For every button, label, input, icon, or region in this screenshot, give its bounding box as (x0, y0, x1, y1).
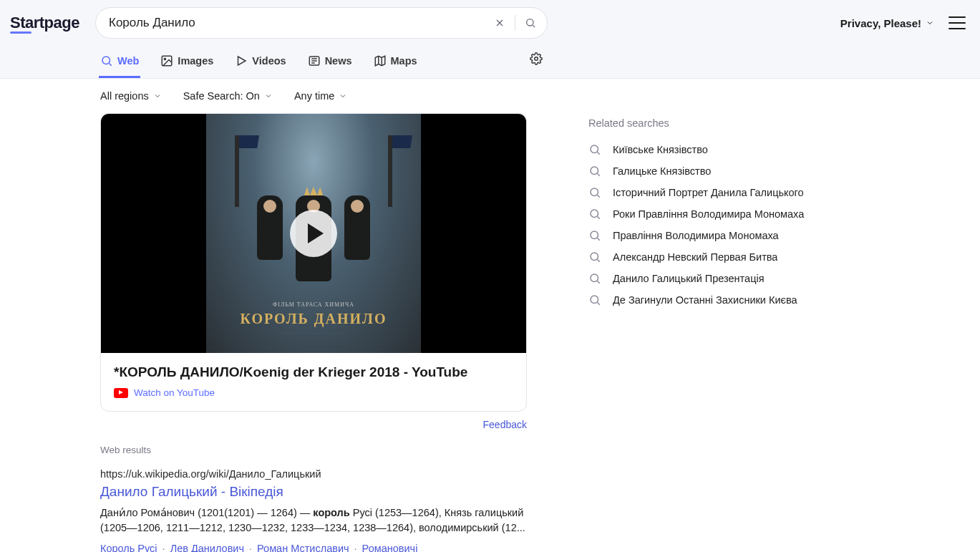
search-box (95, 7, 548, 39)
svg-point-11 (591, 210, 598, 218)
logo-text: Startpage (10, 14, 79, 32)
tab-images[interactable]: Images (159, 49, 215, 78)
tab-videos[interactable]: Videos (233, 49, 287, 78)
privacy-label: Privacy, Please! (840, 17, 921, 29)
svg-marker-6 (375, 56, 385, 66)
clear-search-button[interactable] (487, 11, 512, 35)
result-sublink[interactable]: Роман Мстиславич (257, 543, 349, 552)
related-item-label: Київське Князівство (613, 144, 708, 155)
feedback-link[interactable]: Feedback (100, 419, 527, 430)
result-sublinks: Король Русі·Лев Данилович·Роман Мстислав… (100, 543, 527, 552)
related-item[interactable]: Де Загинули Останні Захисники Києва (588, 289, 846, 311)
search-icon (588, 272, 601, 285)
news-icon (308, 54, 321, 67)
search-icon (525, 17, 536, 29)
svg-point-15 (591, 296, 598, 304)
tab-videos-label: Videos (252, 55, 286, 67)
filters-row: All regions Safe Search: On Any time (0, 79, 980, 113)
filter-time[interactable]: Any time (294, 90, 347, 102)
main-column: ФІЛЬМ ТАРАСА ХИМИЧА КОРОЛЬ ДАНИЛО · · · … (100, 113, 527, 552)
result-sublink[interactable]: Лев Данилович (170, 543, 244, 552)
tab-images-label: Images (178, 55, 213, 67)
watch-on-label: Watch on YouTube (134, 387, 215, 398)
tab-web[interactable]: Web (99, 49, 140, 78)
search-input[interactable] (109, 16, 487, 30)
filter-time-label: Any time (294, 90, 334, 102)
chevron-down-icon (264, 92, 273, 100)
privacy-menu[interactable]: Privacy, Please! (840, 17, 934, 29)
filter-safesearch[interactable]: Safe Search: On (183, 90, 273, 102)
tab-maps[interactable]: Maps (372, 49, 419, 78)
svg-point-9 (591, 167, 598, 175)
poster-subtitle: ФІЛЬМ ТАРАСА ХИМИЧА (240, 301, 387, 308)
related-item[interactable]: Александр Невский Первая Битва (588, 246, 846, 268)
svg-point-1 (102, 57, 110, 64)
video-title[interactable]: *КОРОЛЬ ДАНИЛО/Koenig der Krieger 2018 -… (114, 364, 513, 380)
topbar-inner: Startpage Privacy, Please! (0, 0, 980, 39)
related-list: Київське КнязівствоГалицьке КнязівствоІс… (588, 139, 846, 311)
search-icon (588, 251, 601, 263)
chevron-down-icon (153, 92, 162, 100)
search-icon (588, 229, 601, 242)
settings-button[interactable] (530, 52, 543, 75)
related-item[interactable]: Історичний Портрет Данила Галицького (588, 182, 846, 203)
filter-safesearch-label: Safe Search: On (183, 90, 260, 102)
watch-on-youtube-link[interactable]: Watch on YouTube (114, 387, 513, 398)
filter-region-label: All regions (100, 90, 149, 102)
play-button[interactable] (290, 210, 337, 257)
related-item-label: Данило Галицький Презентація (613, 273, 765, 284)
svg-point-12 (591, 231, 598, 239)
related-item-label: Де Загинули Останні Захисники Києва (613, 294, 797, 306)
search-submit-button[interactable] (518, 11, 543, 35)
topbar: Startpage Privacy, Please! (0, 0, 980, 79)
result-url[interactable]: https://uk.wikipedia.org/wiki/Данило_Гал… (100, 468, 527, 480)
tab-maps-label: Maps (391, 55, 417, 67)
related-item-label: Александр Невский Первая Битва (613, 251, 777, 263)
poster-title: КОРОЛЬ ДАНИЛО (240, 311, 387, 327)
svg-point-7 (535, 57, 538, 60)
svg-point-8 (591, 145, 598, 153)
logo[interactable]: Startpage (10, 14, 79, 32)
sidebar: Related searches Київське КнязівствоГали… (588, 113, 846, 311)
search-icon (588, 294, 601, 306)
related-item[interactable]: Роки Правління Володимира Мономаха (588, 203, 846, 225)
play-icon (235, 54, 248, 67)
video-hero[interactable]: ФІЛЬМ ТАРАСА ХИМИЧА КОРОЛЬ ДАНИЛО · · · … (101, 114, 526, 353)
search-icon (100, 54, 113, 67)
search-icon (588, 165, 601, 178)
svg-point-14 (591, 274, 598, 282)
related-item[interactable]: Галицьке Князівство (588, 160, 846, 182)
web-results-label: Web results (100, 445, 527, 455)
tab-news[interactable]: News (306, 49, 354, 78)
related-item[interactable]: Правління Володимира Мономаха (588, 225, 846, 246)
content: ФІЛЬМ ТАРАСА ХИМИЧА КОРОЛЬ ДАНИЛО · · · … (0, 113, 980, 552)
svg-point-10 (591, 188, 598, 196)
related-item-label: Галицьке Князівство (613, 165, 711, 177)
svg-point-0 (527, 19, 533, 26)
related-item-label: Історичний Портрет Данила Галицького (613, 187, 804, 198)
tab-web-label: Web (117, 55, 139, 67)
result-sublink[interactable]: Король Русі (100, 543, 157, 552)
image-icon (160, 54, 173, 67)
tab-news-label: News (325, 55, 352, 67)
related-item-label: Правління Володимира Мономаха (613, 230, 779, 241)
related-item[interactable]: Київське Князівство (588, 139, 846, 160)
map-icon (374, 54, 387, 67)
result-title[interactable]: Данило Галицький - Вікіпедія (100, 484, 527, 500)
video-card: ФІЛЬМ ТАРАСА ХИМИЧА КОРОЛЬ ДАНИЛО · · · … (100, 113, 527, 412)
search-icon (588, 208, 601, 221)
related-heading: Related searches (588, 117, 846, 129)
filter-region[interactable]: All regions (100, 90, 162, 102)
tabs: Web Images Videos News Maps (99, 49, 419, 78)
search-divider (515, 15, 515, 31)
result-sublink[interactable]: Романовичі (362, 543, 418, 552)
close-icon (494, 17, 505, 29)
svg-marker-4 (238, 57, 246, 65)
svg-point-3 (165, 58, 166, 59)
menu-button[interactable] (949, 16, 966, 29)
search-icon (588, 143, 601, 156)
youtube-icon (114, 388, 128, 398)
related-item[interactable]: Данило Галицький Презентація (588, 268, 846, 289)
result-snippet: Дани́ло Рома́нович (1201(1201) — 1264) —… (100, 505, 527, 536)
chevron-down-icon (339, 92, 347, 100)
